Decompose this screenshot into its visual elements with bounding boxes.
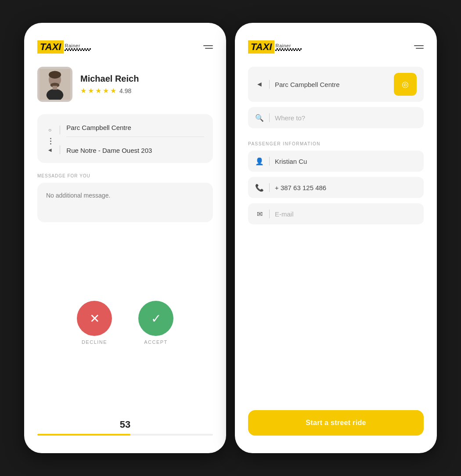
passenger-name: Kristian Cu: [275, 158, 417, 165]
right-logo: TAXI Rainer: [248, 40, 302, 54]
progress-number: 53: [37, 419, 213, 430]
phone-icon: 📞: [255, 184, 264, 192]
menu-icon[interactable]: [203, 45, 213, 49]
driver-rating: 4.98: [119, 87, 131, 94]
right-header: TAXI Rainer: [248, 40, 424, 54]
route-dots: [50, 138, 51, 144]
person-icon: 👤: [255, 157, 264, 166]
accept-button[interactable]: ✓: [138, 301, 173, 336]
right-checkered-bar: [275, 48, 302, 51]
route-from-text: Parc Campbell Centre: [66, 123, 204, 137]
dot-2: [50, 141, 51, 142]
route-card: ○ Parc Campbell Centre ◄ Rue Notre - Dam…: [37, 114, 213, 163]
from-value: Parc Campbell Centre: [275, 81, 389, 88]
star-2: ★: [88, 87, 94, 95]
checkered-bar: [65, 48, 91, 51]
right-menu-line-2: [416, 48, 424, 49]
action-buttons: ✕ DECLINE ✓ ACCEPT: [37, 283, 213, 345]
right-phone: TAXI Rainer ◄ Parc Campbell Centre ◎ 🔍: [235, 23, 437, 453]
left-header: TAXI Rainer: [37, 40, 213, 54]
email-input-row[interactable]: ✉ E-mail: [248, 203, 424, 224]
driver-info: Michael Reich ★ ★ ★ ★ ★ 4.98: [80, 74, 139, 95]
driver-section: Michael Reich ★ ★ ★ ★ ★ 4.98: [37, 67, 213, 102]
accept-group: ✓ ACCEPT: [138, 301, 173, 345]
from-icon: ◄: [255, 80, 264, 88]
name-divider: [269, 157, 270, 166]
to-divider: [269, 113, 270, 122]
message-box: No additional message.: [37, 183, 213, 222]
route-to-row: ◄ Rue Notre - Dame Ouest 203: [46, 145, 204, 154]
svg-point-2: [49, 71, 61, 79]
route-divider-right: [60, 145, 60, 154]
progress-section: 53: [37, 415, 213, 436]
location-icon: ◎: [402, 79, 409, 89]
destination-icon: ◄: [46, 147, 54, 153]
dot-3: [50, 143, 51, 144]
menu-line-2: [205, 48, 213, 49]
message-label: MESSADGE FOR YOU: [37, 173, 213, 178]
driver-stars: ★ ★ ★ ★ ★ 4.98: [80, 87, 139, 95]
left-phone: TAXI Rainer: [24, 23, 226, 453]
passenger-phone: + 387 63 125 486: [275, 184, 417, 191]
taxi-logo-text: TAXI: [37, 40, 64, 54]
spacer: [248, 230, 424, 410]
to-placeholder: Where to?: [275, 114, 417, 122]
right-rainer-block: Rainer: [275, 43, 302, 51]
right-menu-line-1: [414, 45, 424, 46]
driver-name: Michael Reich: [80, 74, 139, 84]
from-input-row[interactable]: ◄ Parc Campbell Centre ◎: [248, 67, 424, 102]
star-5: ★: [110, 87, 116, 95]
route-from-row: ○ Parc Campbell Centre: [46, 123, 204, 137]
right-taxi-logo-text: TAXI: [248, 40, 274, 54]
star-4: ★: [103, 87, 109, 95]
to-input-row[interactable]: 🔍 Where to?: [248, 107, 424, 128]
menu-line-1: [203, 45, 213, 46]
location-button[interactable]: ◎: [394, 73, 417, 96]
rainer-text: Rainer: [65, 43, 91, 48]
route-to-text: Rue Notre - Dame Ouest 203: [66, 146, 204, 154]
start-ride-button[interactable]: Start a street ride: [248, 410, 424, 436]
email-divider: [269, 209, 270, 218]
name-input-row[interactable]: 👤 Kristian Cu: [248, 151, 424, 172]
left-logo: TAXI Rainer: [37, 40, 91, 54]
passenger-section-label: PASSENGER INFORMATION: [248, 141, 424, 146]
dot-1: [50, 138, 51, 139]
driver-avatar: [37, 67, 72, 102]
decline-label: DECLINE: [82, 339, 107, 345]
rainer-block: Rainer: [65, 43, 91, 51]
avatar-image: [40, 69, 70, 100]
from-divider: [269, 80, 270, 89]
route-separator: [46, 138, 204, 144]
right-rainer-text: Rainer: [275, 43, 302, 48]
search-icon: 🔍: [255, 114, 264, 122]
phone-divider: [269, 183, 270, 192]
origin-icon: ○: [46, 127, 54, 133]
message-section: MESSADGE FOR YOU No additional message.: [37, 173, 213, 222]
email-placeholder: E-mail: [275, 210, 417, 218]
progress-fill: [37, 434, 130, 436]
accept-label: ACCEPT: [144, 339, 168, 345]
phone-input-row[interactable]: 📞 + 387 63 125 486: [248, 177, 424, 198]
route-divider-left: [60, 126, 60, 134]
right-menu-icon[interactable]: [414, 45, 424, 49]
decline-button[interactable]: ✕: [77, 301, 112, 336]
star-1: ★: [80, 87, 86, 95]
email-icon: ✉: [255, 210, 264, 218]
decline-group: ✕ DECLINE: [77, 301, 112, 345]
svg-rect-5: [53, 86, 58, 90]
message-content: No additional message.: [46, 192, 110, 199]
star-3: ★: [95, 87, 101, 95]
progress-bar: [37, 434, 213, 436]
